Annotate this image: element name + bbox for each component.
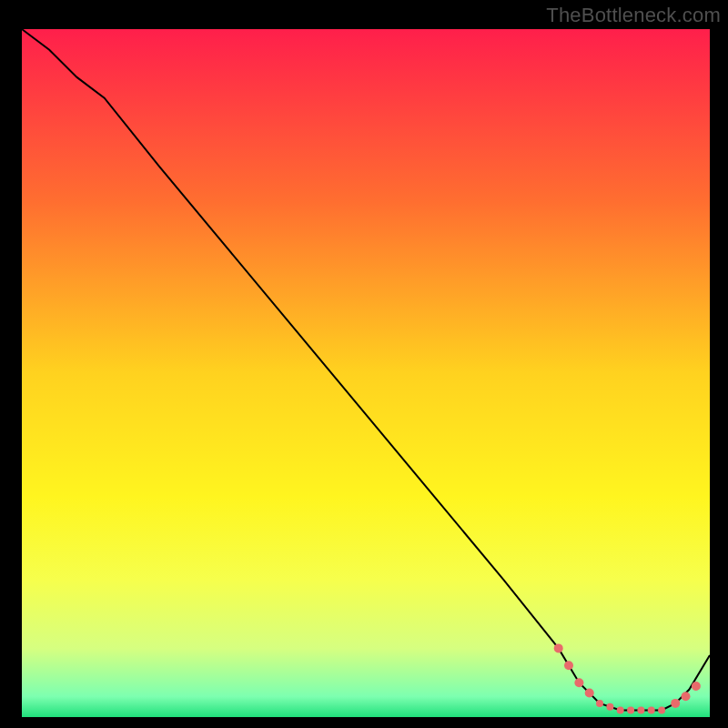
data-marker bbox=[627, 706, 634, 713]
plot-background bbox=[22, 29, 710, 717]
data-marker bbox=[596, 700, 603, 707]
data-marker bbox=[682, 692, 691, 701]
data-marker bbox=[554, 643, 563, 652]
data-marker bbox=[574, 678, 583, 687]
watermark-text: TheBottleneck.com bbox=[546, 4, 721, 27]
data-marker bbox=[658, 706, 665, 713]
data-marker bbox=[617, 706, 624, 713]
data-marker bbox=[606, 703, 613, 711]
data-marker bbox=[564, 661, 573, 670]
data-marker bbox=[585, 689, 594, 698]
chart-container: TheBottleneck.com bbox=[0, 0, 728, 728]
data-marker bbox=[692, 682, 701, 691]
data-marker bbox=[648, 706, 655, 713]
data-marker bbox=[671, 699, 680, 708]
data-marker bbox=[637, 706, 644, 713]
chart-svg bbox=[0, 0, 728, 728]
